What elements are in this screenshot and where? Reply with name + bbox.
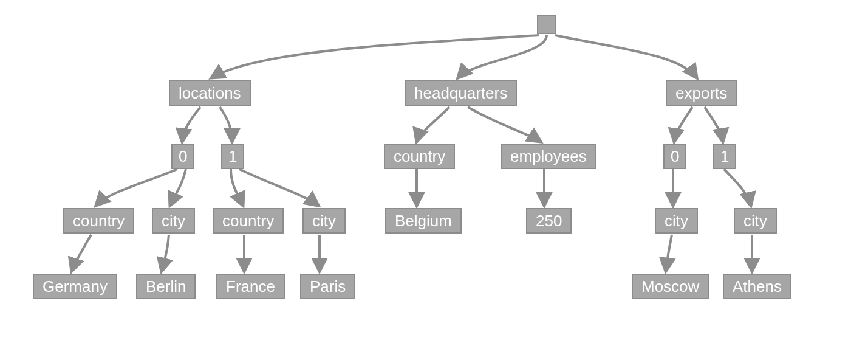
node-berlin: Berlin	[136, 274, 196, 299]
node-locations-1-city: city	[302, 208, 346, 234]
node-locations-1: 1	[221, 144, 244, 169]
node-belgium: Belgium	[385, 208, 462, 234]
node-exports-1-city: city	[734, 208, 777, 234]
node-locations-0: 0	[171, 144, 194, 169]
node-locations: locations	[169, 80, 251, 106]
node-hq-country: country	[384, 144, 455, 169]
node-locations-0-city: city	[152, 208, 195, 234]
node-france: France	[216, 274, 285, 299]
node-moscow: Moscow	[632, 274, 709, 299]
node-exports: exports	[666, 80, 737, 106]
node-exports-1: 1	[713, 144, 736, 169]
node-root	[537, 15, 556, 34]
node-locations-1-country: country	[213, 208, 284, 234]
node-exports-0-city: city	[655, 208, 698, 234]
tree-diagram: locations headquarters exports 0 1 count…	[0, 0, 868, 343]
node-athens: Athens	[723, 274, 791, 299]
node-250: 250	[526, 208, 572, 234]
node-locations-0-country: country	[63, 208, 134, 234]
node-headquarters: headquarters	[405, 80, 517, 106]
node-hq-employees: employees	[501, 144, 596, 169]
node-germany: Germany	[33, 274, 117, 299]
node-paris: Paris	[300, 274, 355, 299]
node-exports-0: 0	[663, 144, 686, 169]
